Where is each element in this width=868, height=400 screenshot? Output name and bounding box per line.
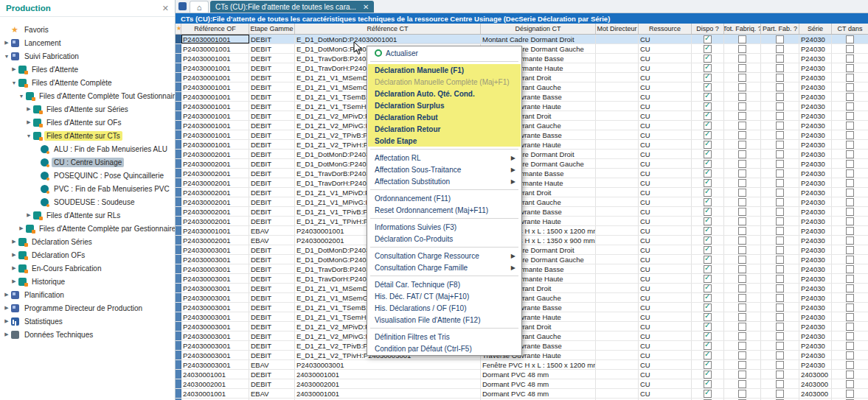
row-selector[interactable] xyxy=(176,360,181,369)
chevron-down-icon[interactable]: ▼ xyxy=(10,80,18,85)
dispo-checkbox[interactable] xyxy=(704,160,712,168)
chevron-right-icon[interactable]: ▶ xyxy=(25,212,32,218)
table-row[interactable]: P24030001001DEBITE_D1_DotMonD:P240300010… xyxy=(176,35,868,44)
chevron-right-icon[interactable]: ▶ xyxy=(3,292,10,298)
chevron-right-icon[interactable]: ▶ xyxy=(10,239,18,245)
part-fab-checkbox[interactable] xyxy=(776,294,784,302)
dispo-checkbox[interactable] xyxy=(704,351,712,359)
ct-dans-checkbox[interactable] xyxy=(846,246,854,254)
ct-dans-checkbox[interactable] xyxy=(846,93,854,101)
ct-dans-checkbox[interactable] xyxy=(846,275,854,283)
tot-fabriq-checkbox[interactable] xyxy=(738,265,746,273)
tot-fabriq-checkbox[interactable] xyxy=(738,198,746,206)
row-selector[interactable] xyxy=(176,331,181,340)
row-selector[interactable] xyxy=(176,102,181,110)
row-selector[interactable] xyxy=(176,379,181,388)
sidebar-item-historique[interactable]: ▶Historique xyxy=(0,275,175,288)
row-selector[interactable] xyxy=(176,341,181,350)
dispo-checkbox[interactable] xyxy=(704,217,712,225)
menu-item-consultation-charge-famille[interactable]: Consultation Charge Famille▶ xyxy=(368,262,521,273)
dispo-checkbox[interactable] xyxy=(704,83,712,91)
column-header-tot-fabriq[interactable]: Tot. Fabriq. ? xyxy=(724,24,761,34)
tot-fabriq-checkbox[interactable] xyxy=(738,208,746,216)
part-fab-checkbox[interactable] xyxy=(776,160,784,168)
chevron-right-icon[interactable]: ▶ xyxy=(25,119,32,125)
column-header-serie[interactable]: Série xyxy=(799,24,832,34)
chevron-right-icon[interactable]: ▶ xyxy=(3,305,10,311)
row-selector[interactable] xyxy=(176,130,181,139)
menu-item-declaration-rebut[interactable]: Déclaration Rebut xyxy=(368,111,521,123)
menu-item-his-dec-fat-ct-maj-f10[interactable]: His. Déc. FAT/ CT (Maj+F10) xyxy=(368,290,521,302)
sidebar-item-files-d-attente-complete[interactable]: ▼Files d'Attente Complète xyxy=(0,76,175,89)
row-selector[interactable] xyxy=(176,236,181,245)
menu-item-consultation-charge-ressource[interactable]: Consultation Charge Ressource▶ xyxy=(368,250,521,262)
part-fab-checkbox[interactable] xyxy=(776,217,784,225)
ct-dans-checkbox[interactable] xyxy=(846,361,854,369)
part-fab-checkbox[interactable] xyxy=(776,332,784,340)
row-selector[interactable] xyxy=(176,92,181,101)
part-fab-checkbox[interactable] xyxy=(776,150,784,158)
sidebar-item-programme-directeur-de-production[interactable]: ▶Programme Directeur de Production xyxy=(0,301,175,315)
ct-dans-checkbox[interactable] xyxy=(846,265,854,273)
row-selector[interactable] xyxy=(176,303,181,312)
part-fab-checkbox[interactable] xyxy=(776,227,784,235)
sidebar-item-en-cours-fabrication[interactable]: ▶En-Cours Fabrication xyxy=(0,262,175,275)
dispo-checkbox[interactable] xyxy=(704,390,712,398)
menu-item-definition-filtres-et-tris[interactable]: Définition Filtres et Tris xyxy=(368,331,521,343)
row-selector[interactable] xyxy=(176,217,181,225)
part-fab-checkbox[interactable] xyxy=(776,64,784,72)
part-fab-checkbox[interactable] xyxy=(776,361,784,369)
menu-item-declaration-surplus[interactable]: Déclaration Surplus xyxy=(368,99,521,111)
tot-fabriq-checkbox[interactable] xyxy=(738,361,746,369)
ct-dans-checkbox[interactable] xyxy=(846,55,854,63)
column-header-part-fab[interactable]: Part. Fab. ? xyxy=(761,24,799,34)
tot-fabriq-checkbox[interactable] xyxy=(738,294,746,302)
dispo-checkbox[interactable] xyxy=(704,256,712,264)
ct-dans-checkbox[interactable] xyxy=(846,64,854,72)
menu-item-his-declarations-of-f10[interactable]: His. Déclarations / OF (F10) xyxy=(368,302,521,314)
column-header-designation-ct[interactable]: Désignation CT xyxy=(481,24,596,34)
part-fab-checkbox[interactable] xyxy=(776,35,784,43)
chevron-down-icon[interactable]: ▼ xyxy=(25,133,32,138)
chevron-right-icon[interactable]: ▶ xyxy=(10,252,18,258)
menu-item-solde-etape[interactable]: Solde Etape xyxy=(368,135,521,147)
dispo-checkbox[interactable] xyxy=(704,35,712,43)
ct-dans-checkbox[interactable] xyxy=(846,45,854,53)
tot-fabriq-checkbox[interactable] xyxy=(738,83,746,91)
dispo-checkbox[interactable] xyxy=(704,112,712,120)
row-selector[interactable] xyxy=(176,140,181,149)
menu-item-condition-par-defaut-ctrl-f5[interactable]: Condition par Défaut (Ctrl-F5) xyxy=(368,343,521,354)
ct-dans-checkbox[interactable] xyxy=(846,236,854,245)
tot-fabriq-checkbox[interactable] xyxy=(738,102,746,110)
part-fab-checkbox[interactable] xyxy=(776,102,784,110)
sidebar-item-files-d-attente-complete-par-gestionnaire[interactable]: ▶Files d'Attente Complète par Gestionnai… xyxy=(0,222,175,235)
sidebar-item-statistiques[interactable]: ▶Statistiques xyxy=(0,315,175,328)
part-fab-checkbox[interactable] xyxy=(776,303,784,312)
ct-dans-checkbox[interactable] xyxy=(846,284,854,292)
tot-fabriq-checkbox[interactable] xyxy=(738,169,746,178)
menu-item-affectation-substitution[interactable]: Affectation Substitution▶ xyxy=(368,175,521,187)
part-fab-checkbox[interactable] xyxy=(776,236,784,245)
part-fab-checkbox[interactable] xyxy=(776,169,784,178)
part-fab-checkbox[interactable] xyxy=(776,208,784,216)
column-header-dispo[interactable]: Dispo ? xyxy=(692,24,724,34)
row-selector[interactable] xyxy=(176,73,181,82)
table-row[interactable]: 24030002001DEBIT24030002001Dormant PVC 4… xyxy=(176,379,868,389)
tot-fabriq-checkbox[interactable] xyxy=(738,284,746,292)
sidebar-item-alu-fin-de-fab-menuiseries-alu[interactable]: ALU : Fin de Fab Menuiseries ALU xyxy=(0,142,175,155)
dispo-checkbox[interactable] xyxy=(704,64,712,72)
ct-dans-checkbox[interactable] xyxy=(846,74,854,82)
part-fab-checkbox[interactable] xyxy=(776,179,784,187)
part-fab-checkbox[interactable] xyxy=(776,380,784,388)
ct-dans-checkbox[interactable] xyxy=(846,141,854,149)
dispo-checkbox[interactable] xyxy=(704,131,712,139)
menu-item-declaration-retour[interactable]: Déclaration Retour xyxy=(368,123,521,135)
column-header-etape-gamme[interactable]: Etape Gamme xyxy=(249,24,295,34)
chevron-right-icon[interactable]: ▶ xyxy=(25,106,32,112)
part-fab-checkbox[interactable] xyxy=(776,112,784,120)
ct-dans-checkbox[interactable] xyxy=(846,102,854,110)
sidebar-item-files-d-attente-sur-cts[interactable]: ▼Files d'Attente sur CTs xyxy=(0,129,175,142)
tot-fabriq-checkbox[interactable] xyxy=(738,160,746,168)
menu-item-declaration-co-produits[interactable]: Déclaration Co-Produits xyxy=(368,233,521,245)
column-header-ressource[interactable]: Ressource xyxy=(639,24,692,34)
